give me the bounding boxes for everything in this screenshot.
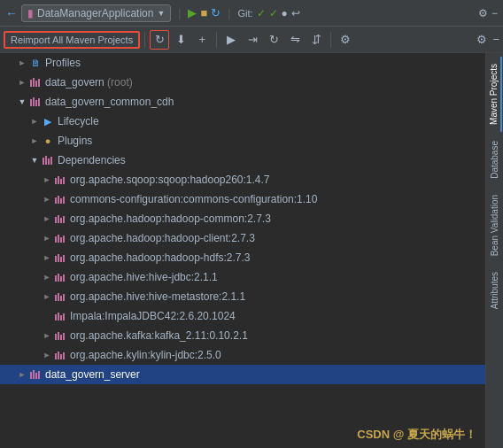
tree-item-dep8[interactable]: ► Impala:ImpalaJDBC42:2.6.20.1024 — [0, 306, 485, 326]
svg-rect-38 — [60, 296, 62, 301]
tree-item-dep6[interactable]: ► org.apache.hive:hive-jdbc:2.1.1 — [0, 267, 485, 287]
svg-rect-52 — [30, 372, 32, 379]
download-button[interactable]: ⬇ — [171, 30, 190, 50]
tree-item-profiles[interactable]: ► 🗎 Profiles — [0, 53, 485, 73]
dep8-icon — [53, 309, 67, 323]
svg-rect-11 — [50, 157, 52, 165]
dep8-label: Impala:ImpalaJDBC42:2.6.20.1024 — [70, 310, 236, 322]
sidebar-tab-database[interactable]: Database — [488, 134, 501, 186]
tree-item-dep1[interactable]: ► org.apache.sqoop:sqoop:hadoop260:1.4.7 — [0, 170, 485, 189]
separator1 — [144, 32, 145, 48]
svg-rect-32 — [55, 275, 57, 282]
refresh-button[interactable]: ↻ — [150, 30, 169, 50]
svg-rect-29 — [58, 254, 59, 262]
tree-item-data-govern-cdh[interactable]: ▼ data_govern_common_cdh — [0, 92, 485, 112]
tree-item-dep7[interactable]: ► org.apache.hive:hive-metastore:2.1.1 — [0, 287, 485, 306]
dep9-arrow: ► — [41, 329, 53, 342]
git-history[interactable]: ● — [282, 7, 288, 19]
dep10-arrow: ► — [41, 349, 53, 361]
lifecycle-icon: ▶ — [41, 114, 55, 128]
svg-rect-19 — [63, 197, 65, 204]
git-label: Git: — [237, 8, 252, 19]
dependencies-icon — [41, 153, 55, 167]
svg-rect-10 — [48, 158, 50, 165]
tree-item-dep5[interactable]: ► org.apache.hadoop:hadoop-hdfs:2.7.3 — [0, 248, 485, 267]
updown-button[interactable]: ⇵ — [306, 30, 326, 50]
svg-rect-24 — [55, 236, 57, 243]
tree-item-dependencies[interactable]: ▼ Dependencies — [0, 151, 485, 170]
maven-icon: ▮ — [27, 7, 34, 19]
tree-item-data-govern[interactable]: ► data_govern (root) — [0, 73, 485, 92]
lifecycle-label: Lifecycle — [58, 115, 99, 127]
tree-item-dep3[interactable]: ► org.apache.hadoop:hadoop-common:2.7.3 — [0, 209, 485, 228]
svg-rect-20 — [55, 217, 57, 223]
dep4-arrow: ► — [41, 232, 53, 244]
svg-rect-41 — [58, 313, 59, 321]
dep10-label: org.apache.kylin:kylin-jdbc:2.5.0 — [70, 349, 221, 361]
tree-item-lifecycle[interactable]: ► ▶ Lifecycle — [0, 112, 485, 131]
plugins-label: Plugins — [58, 135, 92, 147]
svg-rect-22 — [60, 218, 62, 223]
svg-rect-16 — [55, 197, 57, 204]
svg-rect-0 — [30, 80, 32, 87]
sidebar-tab-attributes[interactable]: Attributes — [488, 265, 501, 316]
svg-rect-15 — [63, 177, 65, 184]
arrows-button[interactable]: ⇋ — [285, 30, 305, 50]
svg-rect-51 — [63, 352, 65, 359]
skip-button[interactable]: ⇥ — [243, 30, 262, 50]
dep3-icon — [53, 212, 67, 226]
dep1-icon — [53, 173, 67, 187]
back-icon[interactable]: ← — [5, 6, 18, 20]
toolbar-left: ← ▮ DataManagerApplication ▼ | ▶ ■ ↻ | G… — [5, 4, 475, 22]
dep2-arrow: ► — [41, 193, 53, 205]
data-govern-label: data_govern (root) — [45, 76, 133, 89]
project-dropdown[interactable]: ▮ DataManagerApplication ▼ — [21, 4, 171, 22]
settings-button[interactable]: ⚙ — [336, 30, 355, 50]
top-gear-icon[interactable]: ⚙ — [478, 7, 488, 19]
svg-rect-36 — [55, 295, 57, 301]
svg-rect-39 — [63, 294, 65, 301]
build-button[interactable]: ■ — [200, 6, 207, 19]
svg-rect-46 — [60, 335, 62, 340]
run-button[interactable]: ▶ — [188, 6, 197, 19]
reimport-button[interactable]: Reimport All Maven Projects — [4, 31, 140, 49]
dep3-label: org.apache.hadoop:hadoop-common:2.7.3 — [70, 212, 271, 225]
top-toolbar: ← ▮ DataManagerApplication ▼ | ▶ ■ ↻ | G… — [0, 0, 503, 27]
sidebar-tab-bean[interactable]: Bean Validation — [488, 188, 501, 263]
reload-button[interactable]: ↻ — [211, 6, 221, 19]
tree-item-dep4[interactable]: ► org.apache.hadoop:hadoop-client:2.7.3 — [0, 228, 485, 248]
tree-item-dep2[interactable]: ► commons-configuration:commons-configur… — [0, 189, 485, 209]
profiles-arrow: ► — [16, 57, 28, 69]
tree-item-dep9[interactable]: ► org.apache.kafka:kafka_2.11:0.10.2.1 — [0, 326, 485, 345]
svg-rect-13 — [58, 176, 59, 184]
run-lifecycle-button[interactable]: ▶ — [221, 30, 241, 50]
profiles-icon: 🗎 — [28, 56, 43, 70]
server-label: data_govern_server — [45, 368, 140, 381]
tree-item-data-govern-server[interactable]: ► data_govern_server — [0, 365, 485, 384]
top-minus-icon[interactable]: − — [491, 7, 498, 19]
svg-rect-3 — [38, 79, 40, 87]
maven-panel: ► 🗎 Profiles ► data_govern (root) — [0, 53, 485, 448]
panel-minus-icon[interactable]: − — [492, 33, 499, 46]
svg-rect-45 — [58, 332, 59, 340]
sidebar-tab-maven[interactable]: Maven Projects — [487, 57, 502, 132]
tree-item-plugins[interactable]: ► ● Plugins — [0, 131, 485, 151]
dep10-icon — [53, 348, 67, 362]
dep7-icon — [53, 290, 67, 304]
svg-rect-37 — [58, 293, 59, 301]
server-arrow: ► — [16, 368, 28, 381]
right-sidebar: Maven Projects Database Bean Validation … — [485, 53, 503, 448]
panel-gear-icon[interactable]: ⚙ — [476, 33, 487, 46]
dropdown-arrow: ▼ — [157, 9, 165, 18]
svg-rect-43 — [63, 313, 65, 321]
svg-rect-30 — [60, 257, 62, 262]
toolbar-right: ⚙ − — [478, 7, 498, 19]
main-content: ► 🗎 Profiles ► data_govern (root) — [0, 53, 503, 448]
dependencies-arrow: ▼ — [28, 154, 41, 166]
add-button[interactable]: + — [192, 30, 212, 50]
cycle-button[interactable]: ↻ — [264, 30, 283, 50]
git-undo[interactable]: ↩ — [291, 7, 300, 19]
tree-item-dep10[interactable]: ► org.apache.kylin:kylin-jdbc:2.5.0 — [0, 345, 485, 365]
svg-rect-44 — [55, 334, 57, 340]
dep9-icon — [53, 328, 67, 343]
